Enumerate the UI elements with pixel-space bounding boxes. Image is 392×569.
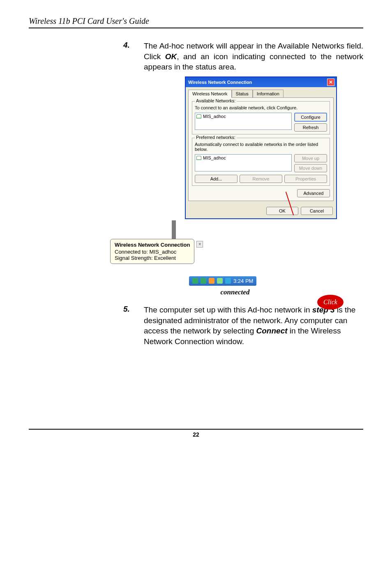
remove-button: Remove (240, 175, 282, 183)
running-header: Wireless 11b PCI Card User's Guide (29, 16, 363, 26)
systray: 3:24 PM (189, 276, 256, 286)
tray-icon[interactable] (209, 278, 214, 284)
properties-button: Properties (284, 175, 327, 183)
preferred-listbox[interactable]: MIS_adhoc (195, 154, 292, 171)
available-item[interactable]: MIS_adhoc (195, 113, 291, 120)
tab-wireless-network[interactable]: Wireless Network (188, 90, 232, 98)
available-legend: Available Networks: (195, 98, 237, 103)
dialog-window: Wireless Network Connection ✕ Wireless N… (185, 76, 337, 219)
balloon-line2: Signal Strength: Excellent (115, 255, 176, 261)
tab-status[interactable]: Status (232, 90, 253, 98)
preferred-legend: Preferred networks: (195, 135, 237, 140)
tray-icon[interactable] (217, 278, 223, 284)
add-button[interactable]: Add... (195, 175, 238, 183)
close-icon[interactable]: ✕ (327, 79, 334, 86)
tab-information[interactable]: Information (253, 90, 284, 98)
advanced-button[interactable]: Advanced (297, 189, 330, 197)
moveup-button: Move up (294, 154, 327, 162)
movedown-button: Move down (294, 164, 327, 172)
dialog-title: Wireless Network Connection (188, 80, 252, 85)
groupbox-preferred: Preferred networks: Automatically connec… (192, 138, 330, 186)
step5-number: 5. (123, 305, 144, 347)
tray-icon[interactable] (192, 278, 198, 284)
tray-wireless-icon[interactable] (225, 278, 231, 284)
balloon-close-icon[interactable]: × (196, 241, 203, 247)
available-item-label: MIS_adhoc (203, 114, 226, 119)
step4-text: The Ad-hoc network will appear in the Av… (144, 41, 363, 72)
tab-panel: Available Networks: To connect to an ava… (188, 97, 334, 201)
preferred-item[interactable]: MIS_adhoc (195, 155, 291, 161)
available-caption: To connect to an available network, clic… (195, 105, 327, 110)
titlebar[interactable]: Wireless Network Connection ✕ (186, 77, 336, 87)
groupbox-available: Available Networks: To connect to an ava… (192, 101, 330, 134)
network-icon (196, 156, 201, 160)
tab-strip: Wireless Network Status Information (186, 87, 336, 98)
step4-number: 4. (123, 41, 144, 72)
figure-wrapper: Wireless Network Connection ✕ Wireless N… (107, 76, 363, 296)
cancel-button[interactable]: Cancel (301, 207, 333, 215)
balloon-line1: Connected to: MIS_adhoc (115, 249, 176, 255)
preferred-item-label: MIS_adhoc (203, 155, 226, 160)
network-icon (196, 114, 201, 118)
notification-balloon: Wireless Network Connection × Connected … (110, 239, 194, 264)
divider (29, 28, 363, 28)
tray-clock: 3:24 PM (233, 278, 253, 284)
step5-text: The computer set up with this Ad-hoc net… (144, 305, 363, 347)
preferred-caption: Automatically connect to available netwo… (195, 142, 327, 152)
configure-button[interactable]: Configure (294, 113, 327, 122)
page-number: 22 (193, 431, 199, 438)
available-listbox[interactable]: MIS_adhoc (195, 113, 292, 130)
footer: 22 (29, 429, 363, 438)
tray-icon[interactable] (201, 278, 206, 284)
balloon-title: Wireless Network Connection (115, 242, 190, 248)
click-callout: Click (317, 295, 344, 310)
refresh-button[interactable]: Refresh (294, 123, 327, 132)
